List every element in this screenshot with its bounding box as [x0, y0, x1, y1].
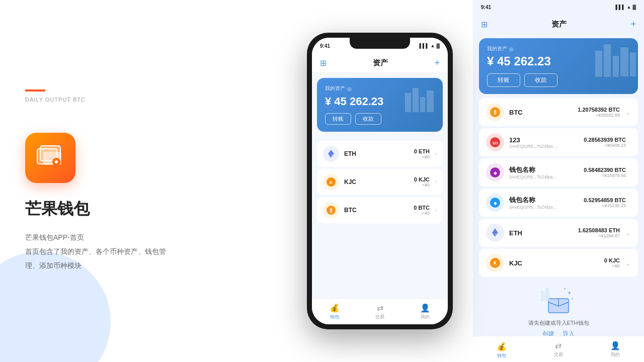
svg-rect-15	[595, 51, 602, 77]
phone-section: 9:41 ▌▌▌ ▲ ▓ ⊞ 资产 + 我的资产 ◎	[287, 0, 473, 362]
right-time: 9:41	[481, 5, 491, 10]
svg-rect-37	[541, 291, 545, 301]
phone-coin-list: ETH 0 ETH ≈¥0 › K KJC	[312, 137, 448, 227]
kjc-icon: K	[323, 174, 339, 190]
svg-text:+: +	[564, 287, 566, 291]
right-signal-icon: ▌▌▌	[615, 5, 625, 10]
right-coin-123[interactable]: 123 123 3AvEQt1R8...TsZ4fpaRQ 0.28563939…	[479, 128, 638, 156]
right-btc-approx: ≈¥36592.89	[570, 113, 620, 118]
eth-icon	[323, 146, 339, 162]
app-icon	[25, 133, 75, 183]
wallet-tab-icon: 💰	[330, 303, 340, 313]
eth-import-link[interactable]: 导入	[562, 330, 575, 336]
right-wallet1-mid: 钱包名称 3AvEQt1R8...TsZ4fpaRQ	[509, 165, 571, 179]
phone-add-icon[interactable]: +	[434, 58, 440, 68]
svg-text:◆: ◆	[494, 201, 497, 206]
right-eth-name: ETH	[509, 229, 565, 237]
right-btc-right: 1.20758392 BTC ≈¥36592.89	[570, 107, 620, 118]
svg-rect-18	[620, 47, 628, 76]
btc-icon: ₿	[323, 202, 339, 218]
right-section: 9:41 ▌▌▌ ▲ ▓ ⊞ 资产 + 我的资产 ◎ ¥ 45 262.23 转…	[473, 0, 644, 362]
right-wallet2-icon: ◆	[486, 194, 504, 212]
right-tab-exchange[interactable]: ⇄ 交易	[530, 341, 587, 358]
right-123-approx: ≈¥5908.23	[576, 143, 626, 148]
right-card-bg	[593, 38, 638, 80]
brand-line	[25, 89, 45, 92]
right-profile-tab-label: 我的	[611, 351, 620, 358]
right-coin-wallet1[interactable]: ◆ 钱包名称 3AvEQt1R8...TsZ4fpaRQ 0.58482390 …	[479, 158, 638, 187]
kjc-amount: 0 KJC	[414, 176, 430, 183]
right-add-icon[interactable]: +	[630, 19, 636, 30]
svg-rect-16	[604, 44, 611, 77]
phone-coin-item-btc[interactable]: ₿ BTC 0 BTC ≈¥0 ›	[317, 197, 443, 223]
right-wallet1-icon: ◆	[486, 163, 504, 182]
eth-name-col: ETH	[344, 150, 409, 157]
eth-create-link[interactable]: 创建	[542, 330, 554, 336]
right-coin-wallet2[interactable]: ◆ 钱包名称 3AvEQt1R8...TsZ4fpaRQ 0.52954859 …	[479, 189, 638, 217]
right-coin-btc[interactable]: ₿ BTC 1.20758392 BTC ≈¥36592.89 ⌄	[479, 98, 638, 126]
right-btc-icon: ₿	[486, 103, 504, 121]
right-wallet1-addr: 3AvEQt1R8...TsZ4fpaRQ	[509, 174, 559, 179]
eth-wallet-promo: + + + 请先创建或导入ETH钱包 创建 导入	[479, 281, 638, 336]
right-wallet-tab-label: 钱包	[497, 352, 506, 359]
right-receive-btn[interactable]: 收款	[524, 73, 557, 87]
right-123-addr: 3AvEQt1R8...TsZ4fpaRQ	[509, 144, 559, 149]
right-grid-icon[interactable]: ⊞	[481, 20, 488, 29]
phone-tab-bar: 💰 钱包 ⇄ 交易 👤 我的	[312, 298, 448, 324]
phone-header-title: 资产	[373, 58, 388, 68]
right-eth-approx: ≈¥1268.87	[570, 233, 620, 238]
svg-text:K: K	[493, 260, 497, 266]
btc-approx: ≈¥0	[414, 211, 430, 216]
phone-receive-btn[interactable]: 收款	[355, 113, 381, 125]
right-eth-icon	[486, 224, 504, 242]
battery-icon: ▓	[436, 43, 440, 48]
right-transfer-btn[interactable]: 转账	[487, 73, 520, 87]
kjc-name: KJC	[344, 178, 409, 186]
right-coin-kjc[interactable]: K KJC 0 KJC ≈¥0 ⌄	[479, 249, 638, 277]
right-coin-eth[interactable]: ETH 1.62508483 ETH ≈¥1268.87 ⌄	[479, 219, 638, 247]
phone-grid-icon[interactable]: ⊞	[320, 58, 327, 68]
phone-eye-icon[interactable]: ◎	[347, 86, 352, 92]
svg-text:K: K	[330, 180, 333, 185]
right-wallet1-approx: ≈¥15978.56	[576, 173, 626, 178]
right-scroll: 我的资产 ◎ ¥ 45 262.23 转账 收款 ₿	[473, 34, 644, 336]
right-kjc-chevron-icon: ⌄	[625, 259, 631, 267]
right-eye-icon[interactable]: ◎	[509, 46, 514, 52]
phone-transfer-btn[interactable]: 转账	[325, 113, 351, 125]
eth-name: ETH	[344, 150, 409, 157]
right-kjc-icon: K	[486, 254, 504, 272]
svg-rect-5	[413, 88, 419, 112]
app-title: 芒果钱包	[25, 198, 262, 220]
right-123-icon: 123	[486, 133, 504, 151]
svg-text:₿: ₿	[494, 110, 497, 115]
right-status-icons: ▌▌▌ ▲ ▓	[615, 5, 636, 10]
right-123-right: 0.28563939 BTC ≈¥5908.23	[576, 137, 626, 148]
right-btc-chevron-icon: ⌄	[625, 108, 631, 116]
phone-coin-item-kjc[interactable]: K KJC 0 KJC ≈¥0 ›	[317, 169, 443, 195]
right-wallet2-amount: 0.52954859 BTC	[576, 197, 626, 203]
phone-tab-profile[interactable]: 👤 我的	[403, 303, 448, 320]
right-exchange-tab-icon: ⇄	[555, 341, 561, 350]
right-tab-wallet[interactable]: 💰 钱包	[473, 340, 530, 359]
right-wallet1-amount: 0.58482390 BTC	[576, 167, 626, 173]
svg-rect-17	[613, 56, 619, 77]
right-wallet2-right: 0.52954859 BTC ≈¥15235.23	[576, 197, 626, 208]
btc-name: BTC	[344, 207, 409, 214]
phone-tab-wallet[interactable]: 💰 钱包	[312, 303, 357, 320]
right-123-name: 123	[509, 136, 571, 144]
right-btc-amount: 1.20758392 BTC	[570, 107, 620, 113]
exchange-tab-label: 交易	[375, 314, 384, 320]
right-tab-profile[interactable]: 👤 我的	[587, 341, 644, 358]
right-exchange-tab-label: 交易	[554, 351, 563, 358]
wallet-tab-label: 钱包	[330, 314, 339, 320]
right-wallet2-name: 钱包名称	[509, 196, 571, 205]
phone-content: 我的资产 ◎ ¥ 45 262.23 转账 收款	[312, 73, 448, 298]
btc-arrow-icon: ›	[435, 207, 437, 214]
right-status-bar: 9:41 ▌▌▌ ▲ ▓	[473, 0, 644, 14]
eth-promo-text: 请先创建或导入ETH钱包	[479, 319, 638, 327]
right-asset-card: 我的资产 ◎ ¥ 45 262.23 转账 收款	[479, 38, 638, 94]
phone-coin-item-eth[interactable]: ETH 0 ETH ≈¥0 ›	[317, 141, 443, 167]
right-header: ⊞ 资产 +	[473, 14, 644, 34]
right-battery-icon: ▓	[632, 5, 636, 10]
phone-tab-exchange[interactable]: ⇄ 交易	[357, 303, 403, 320]
